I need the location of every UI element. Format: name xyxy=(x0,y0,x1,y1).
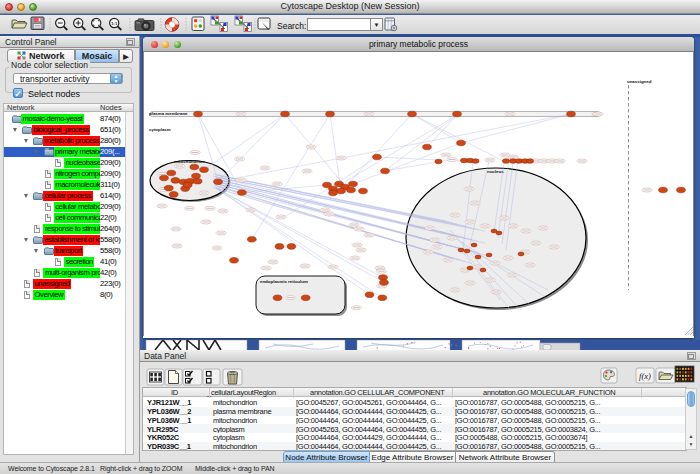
svg-text:f(x): f(x) xyxy=(639,371,651,381)
svg-text:endoplasmic reticulum: endoplasmic reticulum xyxy=(260,279,308,284)
svg-text:1:1: 1:1 xyxy=(111,21,118,26)
svg-text:unassigned: unassigned xyxy=(627,79,652,84)
svg-text:plasma membrane: plasma membrane xyxy=(149,111,188,116)
svg-text:mitochondrion: mitochondrion xyxy=(174,159,205,164)
svg-text:cytoplasm: cytoplasm xyxy=(149,127,171,132)
svg-text:nucleus: nucleus xyxy=(487,169,504,174)
